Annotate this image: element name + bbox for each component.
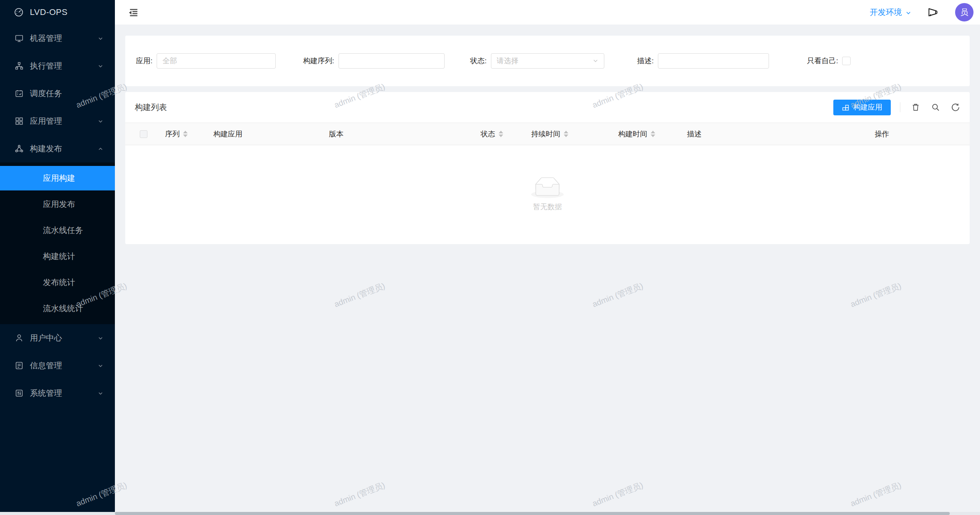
select-placeholder: 请选择 bbox=[497, 56, 519, 66]
horizontal-scrollbar-track bbox=[0, 512, 980, 515]
column-label: 版本 bbox=[329, 129, 344, 139]
panel-header: 构建列表 构建应用 bbox=[125, 92, 970, 123]
panel-toolbar: 构建应用 bbox=[833, 100, 960, 115]
toolbar-divider bbox=[900, 102, 900, 112]
environment-selector[interactable]: 开发环境 bbox=[870, 7, 911, 18]
sidebar-item-label: 应用管理 bbox=[30, 116, 62, 126]
chevron-down-icon bbox=[98, 63, 103, 69]
horizontal-scrollbar-thumb[interactable] bbox=[115, 512, 950, 515]
table-header-version: 版本 bbox=[323, 129, 474, 139]
only-mine-checkbox[interactable] bbox=[842, 57, 851, 65]
sidebar-item-build-release[interactable]: 构建发布 bbox=[0, 135, 115, 162]
search-icon[interactable] bbox=[931, 103, 940, 112]
submenu-item-pipeline-tasks[interactable]: 流水线任务 bbox=[0, 218, 115, 243]
appstore-icon bbox=[15, 116, 24, 126]
table-header-desc: 描述 bbox=[681, 129, 869, 139]
filter-build-seq-input[interactable] bbox=[339, 53, 445, 69]
filter-desc-label: 描述: bbox=[637, 56, 654, 66]
filter-only-mine-label: 只看自己: bbox=[807, 56, 838, 66]
submenu-item-label: 应用构建 bbox=[43, 173, 75, 184]
build-blocks-icon bbox=[842, 103, 849, 111]
table-header-checkbox-cell bbox=[125, 130, 150, 138]
build-release-submenu: 应用构建 应用发布 流水线任务 构建统计 发布统计 流水线统计 bbox=[0, 162, 115, 324]
filter-desc-input[interactable] bbox=[658, 53, 769, 69]
submenu-item-label: 流水线任务 bbox=[43, 225, 83, 236]
top-header: 开发环境 员 bbox=[115, 0, 980, 25]
table-header-duration[interactable]: 持续时间 bbox=[525, 129, 612, 139]
select-all-checkbox[interactable] bbox=[140, 130, 147, 138]
submenu-item-label: 流水线统计 bbox=[43, 303, 83, 314]
submenu-item-label: 应用发布 bbox=[43, 199, 75, 210]
build-app-button-label: 构建应用 bbox=[853, 102, 882, 112]
app-logo[interactable]: LVD-OPS bbox=[0, 0, 115, 25]
submenu-item-label: 构建统计 bbox=[43, 251, 75, 262]
chevron-down-icon bbox=[98, 118, 103, 124]
table-header-actions: 操作 bbox=[869, 129, 970, 139]
notification-megaphone-icon[interactable] bbox=[927, 7, 938, 18]
sorter-icon[interactable] bbox=[564, 131, 568, 137]
sidebar-item-app-mgmt[interactable]: 应用管理 bbox=[0, 107, 115, 135]
empty-box-icon bbox=[531, 177, 564, 198]
chevron-up-icon bbox=[98, 146, 103, 152]
submenu-item-build-stats[interactable]: 构建统计 bbox=[0, 244, 115, 269]
table-header-seq[interactable]: 序列 bbox=[150, 129, 207, 139]
submenu-item-pipeline-stats[interactable]: 流水线统计 bbox=[0, 296, 115, 321]
filter-status-select[interactable]: 请选择 bbox=[491, 53, 604, 69]
apartment-icon bbox=[15, 61, 24, 71]
filter-status-label: 状态: bbox=[470, 56, 487, 66]
table-header-row: 序列 构建应用 版本 状态 持续时间 构建时间 描述 bbox=[125, 123, 970, 145]
table-empty-state: 暂无数据 bbox=[125, 145, 970, 244]
sorter-icon[interactable] bbox=[651, 131, 655, 137]
column-label: 构建应用 bbox=[213, 129, 242, 139]
chevron-down-icon bbox=[905, 10, 911, 16]
calendar-check-icon bbox=[15, 89, 24, 98]
sorter-icon[interactable] bbox=[499, 131, 503, 137]
sidebar-item-label: 用户中心 bbox=[30, 333, 62, 343]
submenu-item-release-stats[interactable]: 发布统计 bbox=[0, 270, 115, 295]
sidebar: LVD-OPS 机器管理 执行管理 bbox=[0, 0, 115, 515]
chevron-down-icon bbox=[98, 36, 103, 41]
submenu-item-app-build[interactable]: 应用构建 bbox=[0, 166, 115, 190]
main-area: 开发环境 员 应用: 构建序列: bbox=[115, 0, 980, 515]
sidebar-item-schedule-tasks[interactable]: 调度任务 bbox=[0, 80, 115, 107]
sidebar-item-system-mgmt[interactable]: 系统管理 bbox=[0, 379, 115, 407]
table-header-build-app: 构建应用 bbox=[207, 129, 323, 139]
filter-app-input[interactable] bbox=[157, 53, 276, 69]
app-title: LVD-OPS bbox=[30, 7, 67, 17]
sorter-icon[interactable] bbox=[183, 131, 188, 137]
build-app-button[interactable]: 构建应用 bbox=[833, 100, 891, 115]
column-label: 序列 bbox=[165, 129, 180, 139]
empty-text: 暂无数据 bbox=[533, 202, 562, 212]
filter-app-label: 应用: bbox=[136, 56, 152, 66]
column-label: 状态 bbox=[481, 129, 495, 139]
table-header-build-time[interactable]: 构建时间 bbox=[612, 129, 681, 139]
reload-icon[interactable] bbox=[951, 103, 960, 112]
user-avatar[interactable]: 员 bbox=[955, 3, 973, 21]
submenu-item-app-release[interactable]: 应用发布 bbox=[0, 192, 115, 216]
sidebar-item-machine-mgmt[interactable]: 机器管理 bbox=[0, 25, 115, 52]
chevron-down-icon bbox=[592, 58, 599, 64]
sidebar-item-label: 机器管理 bbox=[30, 33, 62, 44]
sidebar-item-info-mgmt[interactable]: 信息管理 bbox=[0, 352, 115, 379]
menu-fold-icon[interactable] bbox=[128, 7, 139, 18]
sidebar-item-exec-mgmt[interactable]: 执行管理 bbox=[0, 52, 115, 80]
sidebar-item-user-center[interactable]: 用户中心 bbox=[0, 324, 115, 352]
environment-label: 开发环境 bbox=[870, 7, 902, 18]
filter-desc: 描述: bbox=[637, 53, 769, 69]
control-sliders-icon bbox=[15, 389, 24, 398]
filter-app: 应用: bbox=[136, 53, 276, 69]
chevron-down-icon bbox=[98, 390, 103, 396]
notebook-icon bbox=[15, 361, 24, 370]
sidebar-item-label: 构建发布 bbox=[30, 143, 62, 154]
table-header-status[interactable]: 状态 bbox=[474, 129, 525, 139]
chevron-down-icon bbox=[98, 363, 103, 369]
dashboard-gauge-icon bbox=[14, 7, 24, 17]
sidebar-item-label: 系统管理 bbox=[30, 388, 62, 399]
column-label: 操作 bbox=[875, 129, 889, 139]
build-list-panel: 构建列表 构建应用 bbox=[125, 92, 970, 244]
filter-only-mine: 只看自己: bbox=[807, 56, 851, 66]
user-icon bbox=[15, 333, 24, 343]
avatar-text: 员 bbox=[960, 7, 969, 18]
delete-trash-icon[interactable] bbox=[911, 103, 920, 112]
column-label: 持续时间 bbox=[531, 129, 560, 139]
